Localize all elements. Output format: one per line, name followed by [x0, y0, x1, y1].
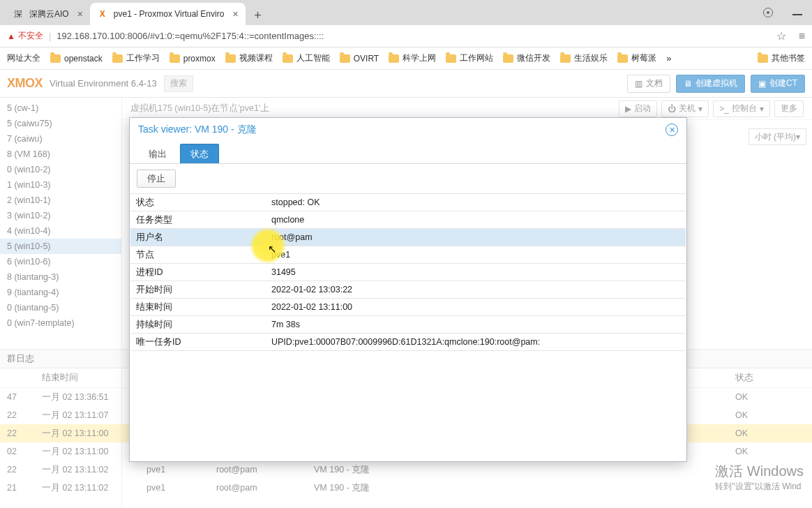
shutdown-button[interactable]: ⏻关机 ▾ — [661, 100, 709, 117]
create-vm-button[interactable]: 🖥创建虚拟机 — [676, 75, 745, 93]
status-key: 用户名 — [130, 232, 269, 244]
separator: | — [49, 31, 51, 41]
close-icon[interactable]: × — [232, 8, 238, 20]
tree-node[interactable]: 2 (win10-1) — [0, 193, 121, 208]
address-bar: ▲ 不安全 | 192.168.170.100:8006/#v1:0:=qemu… — [0, 25, 812, 47]
status-value: UPID:pve1:00007B07:0009996D:61D1321A:qmc… — [269, 337, 686, 347]
tab-output[interactable]: 输出 — [138, 144, 177, 163]
log-status: OK — [735, 428, 812, 438]
close-icon[interactable]: ✕ — [666, 124, 678, 136]
bookmark-star-icon[interactable]: ☆ — [776, 29, 786, 43]
bookmark-item[interactable]: 微信开发 — [503, 52, 550, 64]
browser-tab-1[interactable]: 深 深腾云AIO × — [6, 3, 90, 25]
window-controls — [763, 0, 812, 25]
bookmark-label: OVIRT — [354, 54, 379, 64]
modal-tabbar: 输出 状态 — [130, 142, 686, 164]
bookmark-label: 工作网站 — [460, 52, 493, 64]
status-value: stopped: OK — [269, 197, 686, 207]
modal-title-text: Task viewer: VM 190 - 克隆 — [138, 124, 257, 136]
bookmark-item[interactable]: 人工智能 — [283, 52, 330, 64]
log-start: 21 — [0, 483, 42, 493]
bookmark-label: 视频课程 — [239, 52, 273, 64]
tree-node[interactable]: 5 (caiwu75) — [0, 116, 121, 131]
bookmark-item[interactable]: 科学上网 — [389, 52, 436, 64]
bookmark-item[interactable]: proxmox — [170, 54, 216, 64]
bookmark-item[interactable]: openstack — [50, 54, 103, 64]
create-ct-button[interactable]: ▣创建CT — [751, 75, 805, 93]
folder-icon — [340, 54, 350, 63]
reader-icon[interactable]: ≡ — [799, 30, 805, 43]
bookmark-item[interactable]: 生活娱乐 — [560, 52, 608, 64]
more-button[interactable]: 更多 — [774, 100, 804, 117]
log-status: OK — [735, 410, 812, 420]
timerange-dropdown[interactable]: 小时 (平均) ▾ — [749, 128, 806, 145]
status-row[interactable]: 进程ID31495 — [130, 264, 686, 281]
tree-node[interactable]: 5 (win10-5) — [0, 239, 121, 254]
tree-node[interactable]: 6 (win10-6) — [0, 254, 121, 269]
account-icon[interactable] — [763, 8, 773, 17]
folder-icon — [225, 54, 236, 63]
docs-button[interactable]: ▥文档 — [627, 75, 670, 93]
status-row[interactable]: 结束时间2022-01-02 13:11:00 — [130, 299, 686, 316]
log-row[interactable]: 21一月 02 13:11:02pve1root@pamVM 190 - 克隆 — [0, 479, 812, 497]
tab-status[interactable]: 状态 — [180, 144, 219, 163]
insecure-badge[interactable]: ▲ 不安全 — [7, 30, 43, 42]
cube-icon: ▣ — [758, 79, 766, 89]
close-icon[interactable]: × — [77, 8, 83, 20]
bookmark-item[interactable]: 网址大全 — [7, 52, 40, 64]
console-button[interactable]: >_控制台 ▾ — [713, 100, 770, 117]
status-row[interactable]: 唯一任务IDUPID:pve1:00007B07:0009996D:61D132… — [130, 334, 686, 351]
log-row[interactable]: 22一月 02 13:11:02pve1root@pamVM 190 - 克隆 — [0, 461, 812, 479]
browser-tab-2[interactable]: X pve1 - Proxmox Virtual Enviro × — [90, 3, 246, 25]
warning-icon: ▲ — [7, 31, 15, 41]
status-row[interactable]: 持续时间7m 38s — [130, 316, 686, 334]
bookmark-item[interactable]: 工作学习 — [112, 52, 160, 64]
bookmarks-overflow[interactable]: » — [666, 53, 671, 64]
tree-node[interactable]: 0 (win7-template) — [0, 315, 121, 331]
tree-node[interactable]: 9 (tiantang-4) — [0, 285, 121, 300]
new-tab-button[interactable]: + — [248, 6, 268, 25]
status-row[interactable]: 开始时间2022-01-02 13:03:22 — [130, 281, 686, 299]
status-row[interactable]: 状态stopped: OK — [130, 194, 686, 211]
folder-icon — [112, 54, 123, 63]
log-desc: VM 190 - 克隆 — [314, 464, 735, 476]
log-user: root@pam — [216, 483, 314, 493]
minimize-icon[interactable] — [792, 14, 802, 15]
status-row[interactable]: 任务类型qmclone — [130, 211, 686, 229]
bookmark-item[interactable]: 视频课程 — [225, 52, 273, 64]
stop-button[interactable]: 停止 — [137, 170, 176, 188]
insecure-label: 不安全 — [18, 30, 43, 42]
bookmark-label: 生活娱乐 — [574, 52, 608, 64]
status-key: 状态 — [130, 197, 269, 209]
status-row[interactable]: 用户名root@pam — [130, 229, 686, 246]
status-row[interactable]: 节点pve1 — [130, 246, 686, 264]
log-end: 一月 02 13:11:02 — [42, 464, 146, 476]
tree-node[interactable]: 0 (tiantang-5) — [0, 300, 121, 315]
status-key: 唯一任务ID — [130, 336, 269, 348]
folder-icon — [283, 54, 293, 63]
tree-node[interactable]: 1 (win10-3) — [0, 177, 121, 193]
tree-node[interactable]: 4 (win10-4) — [0, 223, 121, 239]
start-button[interactable]: ▶启动 — [619, 100, 657, 117]
folder-icon — [389, 54, 399, 63]
tree-node[interactable]: 0 (win10-2) — [0, 162, 121, 177]
tree-node[interactable]: 5 (cw-1) — [0, 100, 121, 116]
tree-node[interactable]: 8 (tiantang-3) — [0, 269, 121, 285]
folder-icon — [503, 54, 513, 63]
bookmark-item[interactable]: OVIRT — [340, 54, 379, 64]
tab-title-1: 深腾云AIO — [29, 8, 69, 20]
log-status: OK — [735, 447, 812, 456]
tree-node[interactable]: 3 (win10-2) — [0, 208, 121, 223]
tree-node[interactable]: 8 (VM 168) — [0, 147, 121, 162]
folder-icon — [446, 54, 456, 63]
status-value: root@pam — [269, 232, 686, 242]
bookmark-item[interactable]: 工作网站 — [446, 52, 493, 64]
tree-node[interactable]: 7 (caiwu) — [0, 131, 121, 147]
bookmark-item[interactable]: 树莓派 — [617, 52, 656, 64]
modal-titlebar[interactable]: Task viewer: VM 190 - 克隆 ✕ — [130, 118, 686, 142]
favicon-2: X — [97, 8, 108, 20]
url-text[interactable]: 192.168.170.100:8006/#v1:0:=qemu%2F175:4… — [57, 31, 324, 41]
other-bookmarks[interactable]: 其他书签 — [758, 52, 805, 64]
power-icon: ⏻ — [668, 104, 676, 114]
search-input[interactable]: 搜索 — [164, 75, 193, 92]
